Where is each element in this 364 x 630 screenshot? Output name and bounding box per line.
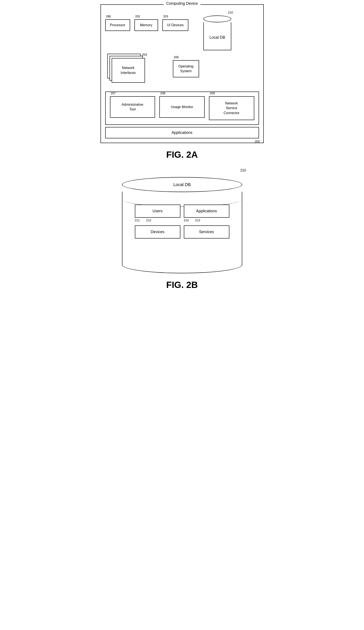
devices-label: Devices	[151, 230, 164, 234]
tools-row: 207 AdministrativeTool 208 Usage Monitor	[110, 96, 254, 120]
ref-210-2b: 210	[240, 168, 246, 172]
ref-203: 203	[163, 14, 168, 18]
os-label: OperatingSystem	[178, 64, 193, 73]
usage-monitor-box: Usage Monitor	[159, 96, 205, 118]
cylinder-body: Local DB	[203, 22, 231, 50]
ref-207: 207	[111, 92, 116, 95]
ui-devices-box: UI Devices	[162, 19, 188, 31]
fig2b-title: FIG. 2B	[166, 280, 198, 290]
network-service-connector-box: NetworkServiceConnector	[209, 96, 254, 120]
ref-204: 204	[142, 53, 147, 56]
applications-section: 205 Applications	[105, 127, 259, 138]
users-box: Users	[135, 204, 180, 218]
memory-label: Memory	[140, 23, 152, 27]
network-service-connector-label: NetworkServiceConnector	[224, 101, 239, 116]
processor-box: Processor	[105, 19, 130, 31]
ref-213: 213	[195, 218, 200, 222]
network-interfaces-box: NetworkInterfaces	[112, 58, 145, 83]
applications-cell: Applications 214 213	[184, 204, 229, 222]
os-box: OperatingSystem	[173, 60, 199, 78]
devices-cell: Devices	[135, 226, 180, 238]
fig2a-container: 200 Computing Device 201 ↙ Processor 2	[95, 4, 269, 160]
ui-devices-label: UI Devices	[167, 23, 184, 27]
local-db-title: Local DB	[173, 182, 191, 187]
tools-panel: 207 AdministrativeTool 208 Usage Monitor	[105, 92, 259, 125]
services-label: Services	[199, 230, 214, 234]
ref-212: 212	[146, 218, 151, 222]
middle-row: 204 NetworkInterfaces 206 OperatingSyste…	[105, 54, 259, 88]
big-db: 210 Local DB Users 211	[122, 177, 242, 273]
applications-label-2b: Applications	[196, 209, 217, 213]
admin-tool-label: AdministrativeTool	[122, 102, 143, 112]
services-cell: Services	[184, 226, 229, 238]
cylinder-top	[203, 16, 231, 22]
memory-box: Memory	[134, 19, 158, 31]
applications-label: Applications	[172, 130, 192, 135]
ref-208: 208	[160, 92, 165, 95]
computing-device-title: Computing Device	[164, 1, 200, 6]
fig2b-container: 210 Local DB Users 211	[95, 177, 269, 290]
computing-device-box: 200 Computing Device 201 ↙ Processor 2	[100, 4, 264, 143]
ref-214: 214	[184, 218, 189, 222]
ref-209: 209	[210, 92, 215, 95]
top-row: 201 ↙ Processor 202 Memory 203	[105, 13, 259, 50]
ref-205: 205	[255, 140, 260, 143]
applications-box-2b: Applications	[184, 204, 229, 218]
processor-label: Processor	[110, 23, 125, 27]
local-db-cylinder: Local DB	[203, 16, 231, 50]
usage-monitor-label: Usage Monitor	[171, 105, 193, 109]
ref-210-2a: 210	[228, 11, 233, 14]
ref-211: 211	[135, 218, 140, 222]
db-grid: Users 211 212 Applications 214	[135, 204, 229, 238]
users-cell: Users 211 212	[135, 204, 180, 222]
users-label: Users	[152, 209, 163, 213]
fig2a-title: FIG. 2A	[166, 150, 198, 160]
services-box: Services	[184, 226, 229, 238]
ref-202: 202	[135, 14, 140, 18]
big-db-top: Local DB	[122, 177, 242, 192]
applications-bar: Applications	[105, 127, 259, 138]
big-db-body: Users 211 212 Applications 214	[122, 192, 242, 273]
page: 200 Computing Device 201 ↙ Processor 2	[95, 4, 269, 290]
admin-tool-box: AdministrativeTool	[110, 96, 155, 118]
network-interfaces-label: NetworkInterfaces	[121, 66, 136, 75]
devices-box: Devices	[135, 226, 180, 238]
ref-206: 206	[174, 56, 179, 59]
local-db-label: Local DB	[209, 35, 225, 40]
ref-200: 200	[260, 0, 265, 0]
